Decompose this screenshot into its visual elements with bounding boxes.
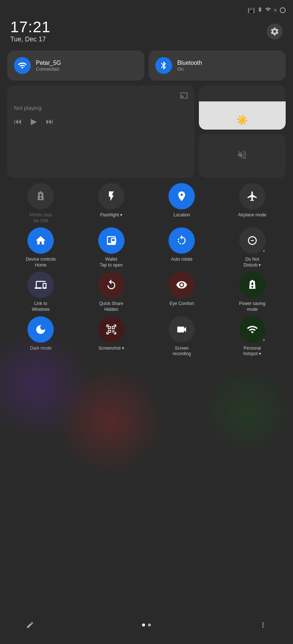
next-button[interactable]: ⏭ — [46, 117, 54, 126]
toggle-link-windows[interactable]: Link toWindows — [7, 272, 74, 312]
toggle-device-controls[interactable]: Device controlsHome — [7, 227, 74, 268]
play-button[interactable]: ▶ — [31, 117, 37, 126]
toggle-screen-recording[interactable]: Screenrecording — [148, 316, 215, 357]
slider-col: ☀️ — [199, 86, 286, 178]
dot-2 — [148, 623, 151, 626]
settings-button[interactable] — [267, 23, 283, 40]
screen-recording-label: Screenrecording — [173, 346, 191, 357]
dnd-label: Do NotDisturb ▾ — [244, 257, 261, 268]
flashlight-circle — [98, 183, 125, 209]
toggle-grid-row3: Link toWindows Quick ShareHidden Eye Com… — [0, 272, 293, 316]
mute-icon — [237, 149, 248, 163]
airplane-circle — [239, 183, 266, 209]
dnd-dropdown: ▾ — [263, 249, 265, 253]
brightness-slider[interactable]: ☀️ — [199, 86, 286, 130]
wifi-tile[interactable]: Petar_5G Connected — [7, 51, 144, 81]
bluetooth-status-icon — [257, 7, 263, 14]
bottom-bar — [0, 617, 293, 633]
device-controls-circle — [27, 227, 54, 254]
toggle-eye-comfort[interactable]: Eye Comfort — [148, 272, 215, 312]
wifi-tile-icon — [14, 57, 31, 74]
media-controls: ⏮ ▶ ⏭ — [14, 117, 188, 126]
eye-comfort-circle — [168, 272, 195, 298]
cast-icon — [180, 92, 188, 102]
toggle-hotspot[interactable]: ▾ Personalhotspot ▾ — [219, 316, 286, 357]
flashlight-label: Flashlight ▾ — [100, 212, 122, 218]
brightness-icon: ☀️ — [236, 115, 248, 126]
quick-share-circle — [98, 272, 125, 298]
device-controls-label: Device controlsHome — [26, 257, 56, 268]
time-display: 17:21 — [10, 19, 51, 35]
dot-1 — [142, 623, 145, 626]
media-top — [14, 92, 188, 102]
volume-card[interactable] — [199, 134, 286, 178]
toggle-wallet[interactable]: WalletTap to open — [78, 227, 145, 268]
dnd-circle: ▾ — [239, 227, 266, 254]
hotspot-label: Personalhotspot ▾ — [243, 346, 261, 357]
status-bar: 📳 ✕ — [0, 0, 293, 16]
toggle-power-saving[interactable]: Power savingmode — [219, 272, 286, 312]
quick-tiles-row: Petar_5G Connected Bluetooth On — [0, 51, 293, 86]
toggle-location[interactable]: Location — [148, 183, 215, 224]
hotspot-circle: ▾ — [239, 316, 266, 343]
media-card: Not playing ⏮ ▶ ⏭ — [7, 86, 194, 178]
brightness-card[interactable]: ☀️ — [199, 86, 286, 130]
toggle-mobile-data[interactable]: Mobile dataNo SIM — [7, 183, 74, 224]
toggle-flashlight[interactable]: Flashlight ▾ — [78, 183, 145, 224]
toggle-dnd[interactable]: ▾ Do NotDisturb ▾ — [219, 227, 286, 268]
screen-recording-circle — [168, 316, 195, 343]
link-windows-label: Link toWindows — [32, 301, 50, 312]
location-circle — [168, 183, 195, 209]
toggle-auto-rotate[interactable]: Auto rotate — [148, 227, 215, 268]
auto-rotate-label: Auto rotate — [171, 257, 193, 263]
wifi-status-icon — [265, 7, 271, 14]
prev-button[interactable]: ⏮ — [14, 117, 22, 126]
vibrate-icon: 📳 — [248, 7, 255, 14]
wifi-sub: Connected — [36, 66, 61, 72]
bluetooth-tile[interactable]: Bluetooth On — [149, 51, 286, 81]
more-button[interactable] — [255, 617, 271, 633]
toggle-quick-share[interactable]: Quick ShareHidden — [78, 272, 145, 312]
header: 17:21 Tue, Dec 17 — [0, 16, 293, 51]
mobile-data-label: Mobile dataNo SIM — [29, 212, 52, 224]
quick-share-label: Quick ShareHidden — [99, 301, 123, 312]
wallet-label: WalletTap to open — [100, 257, 123, 268]
dark-mode-circle — [27, 316, 54, 343]
bluetooth-name: Bluetooth — [177, 60, 202, 66]
power-saving-label: Power savingmode — [239, 301, 266, 312]
media-row: Not playing ⏮ ▶ ⏭ ☀️ — [0, 86, 293, 183]
airplane-label: Airplane mode — [238, 212, 266, 218]
date-display: Tue, Dec 17 — [10, 36, 51, 43]
bluetooth-sub: On — [177, 66, 202, 72]
circle-icon — [280, 7, 286, 13]
screenshot-label: Screenshot ▾ — [99, 346, 124, 351]
power-saving-circle — [239, 272, 266, 298]
toggle-grid-row1: Mobile dataNo SIM Flashlight ▾ Location … — [0, 183, 293, 227]
location-label: Location — [174, 212, 190, 218]
wallet-circle — [98, 227, 125, 254]
link-windows-circle — [27, 272, 54, 298]
x-icon: ✕ — [273, 7, 278, 13]
mobile-data-circle — [27, 183, 54, 209]
hotspot-dropdown: ▾ — [263, 338, 265, 342]
screenshot-circle — [98, 316, 125, 343]
toggle-screenshot[interactable]: Screenshot ▾ — [78, 316, 145, 357]
auto-rotate-circle — [168, 227, 195, 254]
bluetooth-tile-icon — [155, 57, 172, 74]
page-dots — [142, 623, 151, 626]
toggle-airplane[interactable]: Airplane mode — [219, 183, 286, 224]
bluetooth-tile-text: Bluetooth On — [177, 60, 202, 72]
toggle-grid-row2: Device controlsHome WalletTap to open Au… — [0, 227, 293, 272]
time-date: 17:21 Tue, Dec 17 — [10, 19, 51, 43]
media-status: Not playing — [14, 105, 188, 111]
wifi-name: Petar_5G — [36, 60, 61, 66]
wifi-tile-text: Petar_5G Connected — [36, 60, 61, 72]
edit-button[interactable] — [22, 617, 38, 633]
eye-comfort-label: Eye Comfort — [170, 301, 194, 307]
